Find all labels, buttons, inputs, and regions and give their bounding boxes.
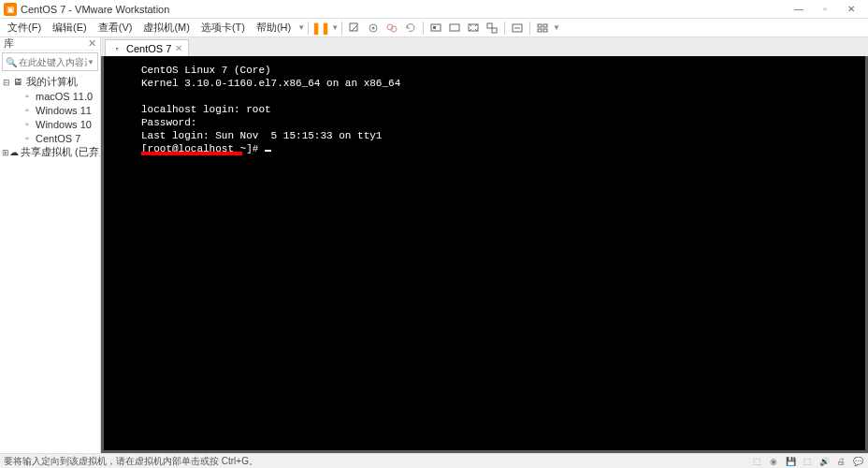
close-window-button[interactable]: ✕	[838, 1, 864, 18]
tree-label: Windows 10	[36, 119, 92, 130]
svg-rect-7	[450, 24, 459, 31]
tree-item-macos[interactable]: ▫ macOS 11.0	[0, 89, 100, 103]
tab-label: CentOS 7	[126, 43, 171, 54]
status-hint: 要将输入定向到该虚拟机，请在虚拟机内部单击或按 Ctrl+G。	[4, 455, 258, 468]
snapshot-icon[interactable]	[365, 20, 382, 37]
terminal-wrapper: CentOS Linux 7 (Core) Kernel 3.10.0-1160…	[101, 56, 868, 453]
shared-icon: ☁	[9, 147, 19, 158]
device-icon[interactable]: 🔊	[817, 456, 831, 467]
menu-tabs[interactable]: 选项卡(T)	[195, 19, 251, 37]
menu-vm[interactable]: 虚拟机(M)	[137, 19, 195, 37]
tree-label: Windows 11	[36, 105, 92, 116]
app-icon: ▣	[4, 3, 17, 16]
sidebar: 库 ✕ 🔍 ▼ ⊟ 🖥 我的计算机 ▫ macOS 11.0 ▫ Windows…	[0, 37, 101, 453]
device-icon[interactable]: 💾	[784, 456, 797, 467]
svg-rect-15	[543, 29, 547, 32]
vm-running-icon: ▫	[111, 43, 123, 54]
expand-icon[interactable]: ⊞	[2, 148, 9, 157]
tree-item-win10[interactable]: ▫ Windows 10	[0, 117, 100, 131]
vm-icon: ▫	[21, 105, 34, 116]
vm-icon: ▫	[21, 91, 34, 102]
maximize-button[interactable]: ▫	[812, 1, 838, 18]
term-line: Kernel 3.10.0-1160.el7.x86_64 on an x86_…	[141, 78, 400, 89]
window-title: CentOS 7 - VMware Workstation	[21, 4, 786, 15]
main-area: 库 ✕ 🔍 ▼ ⊟ 🖥 我的计算机 ▫ macOS 11.0 ▫ Windows…	[0, 37, 868, 453]
tree-item-my-computer[interactable]: ⊟ 🖥 我的计算机	[0, 75, 100, 89]
sidebar-search[interactable]: 🔍 ▼	[2, 52, 98, 71]
term-line: localhost login: root	[141, 104, 271, 115]
window-controls: — ▫ ✕	[786, 1, 864, 18]
status-icons: ⬚ ◉ 💾 ⬚ 🔊 🖨 💬	[750, 456, 864, 467]
chevron-down-icon[interactable]: ▼	[87, 58, 94, 66]
tabbar: ▫ CentOS 7 ✕	[101, 37, 868, 56]
vm-icon: ▫	[21, 119, 34, 130]
separator	[423, 22, 424, 35]
statusbar: 要将输入定向到该虚拟机，请在虚拟机内部单击或按 Ctrl+G。 ⬚ ◉ 💾 ⬚ …	[0, 453, 868, 468]
minimize-button[interactable]: —	[786, 1, 812, 18]
thumbnail-icon[interactable]	[534, 20, 551, 37]
stretch-icon[interactable]	[509, 20, 526, 37]
cursor-icon	[265, 150, 271, 152]
collapse-icon[interactable]: ⊟	[2, 78, 11, 87]
term-line: Password:	[141, 117, 196, 128]
chevron-down-icon[interactable]: ▼	[553, 23, 560, 32]
sidebar-header: 库 ✕	[0, 37, 100, 51]
svg-rect-0	[350, 23, 357, 31]
computer-icon: 🖥	[11, 77, 24, 88]
svg-rect-6	[433, 26, 436, 29]
close-icon[interactable]: ✕	[175, 43, 182, 53]
unity-icon[interactable]	[484, 20, 500, 37]
svg-rect-14	[538, 29, 542, 32]
chevron-down-icon[interactable]: ▼	[331, 23, 339, 32]
separator	[341, 22, 342, 35]
device-icon[interactable]: 🖨	[834, 456, 847, 467]
separator	[504, 22, 505, 35]
menubar: 文件(F) 编辑(E) 查看(V) 虚拟机(M) 选项卡(T) 帮助(H) ▼ …	[0, 19, 868, 37]
device-icon[interactable]: ⬚	[750, 456, 763, 467]
send-ctrl-alt-del-icon[interactable]	[346, 20, 363, 37]
fullscreen-icon[interactable]	[465, 20, 482, 37]
vm-icon: ▫	[21, 133, 34, 144]
svg-rect-10	[492, 28, 497, 33]
fit-guest-icon[interactable]	[427, 20, 444, 37]
titlebar: ▣ CentOS 7 - VMware Workstation — ▫ ✕	[0, 0, 868, 19]
menu-file[interactable]: 文件(F)	[2, 19, 47, 37]
menu-view[interactable]: 查看(V)	[93, 19, 138, 37]
content-area: ▫ CentOS 7 ✕ CentOS Linux 7 (Core) Kerne…	[101, 37, 868, 453]
svg-point-2	[372, 26, 375, 29]
search-icon: 🔍	[6, 57, 17, 67]
svg-rect-12	[538, 24, 542, 27]
tab-centos7[interactable]: ▫ CentOS 7 ✕	[105, 39, 189, 56]
tree-label: macOS 11.0	[36, 91, 93, 102]
device-icon[interactable]: ⬚	[801, 456, 814, 467]
annotation-highlight	[141, 152, 242, 155]
tree-label: 共享虚拟机 (已弃用)	[21, 145, 100, 159]
vm-tree: ⊟ 🖥 我的计算机 ▫ macOS 11.0 ▫ Windows 11 ▫ Wi…	[0, 73, 100, 453]
tree-item-centos7[interactable]: ▫ CentOS 7	[0, 131, 100, 145]
tree-label: 我的计算机	[26, 75, 78, 89]
pause-icon[interactable]: ❚❚	[312, 20, 329, 37]
term-line: CentOS Linux 7 (Core)	[141, 65, 271, 76]
console-view-icon[interactable]	[446, 20, 463, 37]
sidebar-title: 库	[4, 37, 14, 51]
chevron-down-icon[interactable]: ▼	[297, 23, 305, 32]
vm-console[interactable]: CentOS Linux 7 (Core) Kernel 3.10.0-1160…	[104, 56, 865, 450]
separator	[308, 22, 309, 35]
menu-help[interactable]: 帮助(H)	[251, 19, 297, 37]
close-icon[interactable]: ✕	[88, 37, 96, 50]
svg-rect-9	[487, 23, 492, 28]
tree-item-win11[interactable]: ▫ Windows 11	[0, 103, 100, 117]
tree-item-shared[interactable]: ⊞ ☁ 共享虚拟机 (已弃用)	[0, 145, 100, 159]
tree-label: CentOS 7	[36, 133, 80, 144]
device-icon[interactable]: ◉	[767, 456, 780, 467]
term-line: Last login: Sun Nov 5 15:15:33 on tty1	[141, 130, 382, 141]
menu-edit[interactable]: 编辑(E)	[47, 19, 93, 37]
search-input[interactable]	[19, 57, 87, 67]
separator	[529, 22, 530, 35]
snapshot-manager-icon[interactable]	[383, 20, 400, 37]
revert-icon[interactable]	[402, 20, 419, 37]
svg-rect-13	[543, 24, 547, 27]
message-icon[interactable]: 💬	[851, 456, 864, 467]
